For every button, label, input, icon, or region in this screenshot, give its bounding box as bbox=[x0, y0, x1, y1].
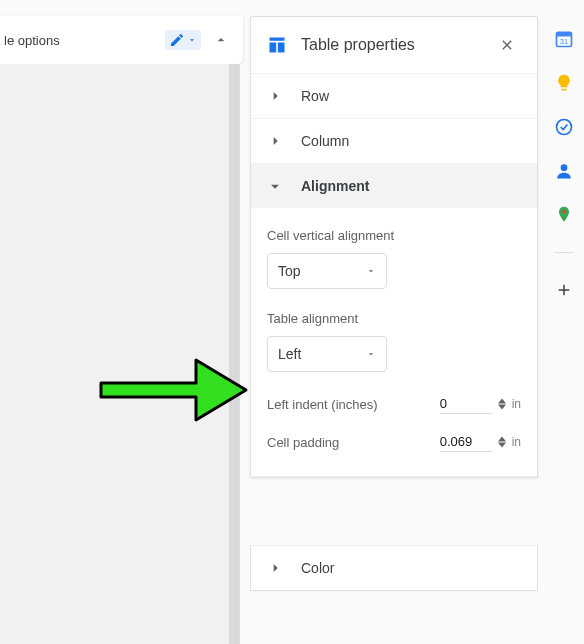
contacts-icon[interactable] bbox=[553, 160, 575, 182]
toolbar-fragment: le options bbox=[0, 16, 243, 64]
cell-vert-value: Top bbox=[278, 263, 301, 279]
plus-icon bbox=[555, 281, 573, 299]
section-label-row: Row bbox=[301, 88, 329, 104]
section-label-alignment: Alignment bbox=[301, 178, 369, 194]
panel-title: Table properties bbox=[301, 36, 493, 54]
cell-padding-unit: in bbox=[512, 435, 521, 449]
section-label-color: Color bbox=[301, 560, 334, 576]
tasks-icon[interactable] bbox=[553, 116, 575, 138]
pencil-icon bbox=[169, 32, 185, 48]
caret-down-icon bbox=[366, 349, 376, 359]
chevron-right-icon bbox=[267, 560, 283, 576]
svg-text:31: 31 bbox=[560, 37, 568, 46]
left-indent-stepper[interactable] bbox=[498, 398, 506, 410]
side-rail: 31 bbox=[544, 16, 584, 301]
left-indent-label: Left indent (inches) bbox=[267, 397, 378, 412]
color-section-card: Color bbox=[250, 545, 538, 591]
rail-divider bbox=[554, 252, 574, 253]
table-properties-panel: Table properties Row Column Alignment Ce… bbox=[250, 16, 538, 478]
svg-point-4 bbox=[561, 164, 568, 171]
close-button[interactable] bbox=[493, 31, 521, 59]
add-addon-button[interactable] bbox=[553, 279, 575, 301]
table-align-label: Table alignment bbox=[267, 311, 521, 326]
collapse-button[interactable] bbox=[207, 26, 235, 54]
svg-point-3 bbox=[557, 120, 572, 135]
chevron-up-icon bbox=[213, 32, 229, 48]
cell-padding-stepper[interactable] bbox=[498, 436, 506, 448]
toolbar-text: le options bbox=[4, 33, 165, 48]
left-indent-row: Left indent (inches) in bbox=[267, 394, 521, 414]
chevron-right-icon bbox=[267, 133, 283, 149]
cell-vertical-alignment-dropdown[interactable]: Top bbox=[267, 253, 387, 289]
svg-point-5 bbox=[562, 210, 565, 213]
left-indent-input[interactable] bbox=[440, 394, 492, 414]
maps-icon[interactable] bbox=[553, 204, 575, 226]
panel-header: Table properties bbox=[251, 17, 537, 74]
alignment-body: Cell vertical alignment Top Table alignm… bbox=[251, 208, 537, 477]
table-align-value: Left bbox=[278, 346, 301, 362]
cell-padding-row: Cell padding in bbox=[267, 432, 521, 452]
caret-down-icon bbox=[187, 35, 197, 45]
cell-vert-label: Cell vertical alignment bbox=[267, 228, 521, 243]
svg-rect-1 bbox=[557, 32, 572, 36]
section-row-alignment[interactable]: Alignment bbox=[251, 164, 537, 208]
chevron-down-icon bbox=[267, 178, 283, 194]
section-row-color[interactable]: Color bbox=[251, 546, 537, 590]
section-row-row[interactable]: Row bbox=[251, 74, 537, 119]
cell-padding-label: Cell padding bbox=[267, 435, 339, 450]
keep-icon[interactable] bbox=[553, 72, 575, 94]
section-row-column[interactable]: Column bbox=[251, 119, 537, 164]
left-indent-unit: in bbox=[512, 397, 521, 411]
chevron-right-icon bbox=[267, 88, 283, 104]
table-alignment-dropdown[interactable]: Left bbox=[267, 336, 387, 372]
caret-down-icon bbox=[366, 266, 376, 276]
table-icon bbox=[267, 35, 287, 55]
section-label-column: Column bbox=[301, 133, 349, 149]
scrollbar[interactable] bbox=[229, 64, 239, 644]
cell-padding-input[interactable] bbox=[440, 432, 492, 452]
edit-mode-button[interactable] bbox=[165, 30, 201, 50]
close-icon bbox=[499, 37, 515, 53]
calendar-icon[interactable]: 31 bbox=[553, 28, 575, 50]
document-area bbox=[0, 64, 240, 644]
